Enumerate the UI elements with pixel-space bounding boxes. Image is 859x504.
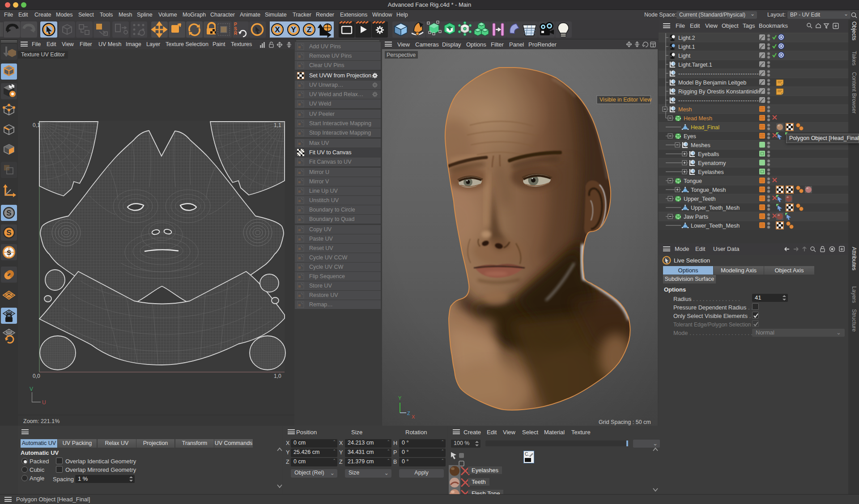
- svg-text:Lower_Teeth_Mesh: Lower_Teeth_Mesh: [691, 223, 740, 229]
- svg-text:R: R: [234, 31, 238, 36]
- svg-text:0,0: 0,0: [33, 373, 40, 379]
- svg-text:S: S: [7, 249, 11, 256]
- svg-text:Model By Benjamin Leitgeb: Model By Benjamin Leitgeb: [678, 80, 746, 86]
- svg-text:Mesh: Mesh: [678, 106, 692, 113]
- svg-text:X: X: [412, 414, 415, 419]
- svg-text:X: X: [275, 25, 280, 34]
- svg-text:Eyes: Eyes: [684, 133, 696, 140]
- svg-text:0,1: 0,1: [33, 122, 40, 128]
- svg-text:Z: Z: [307, 25, 311, 34]
- svg-text:Meshes: Meshes: [691, 142, 710, 148]
- svg-text:Eyenatomy: Eyenatomy: [698, 160, 726, 166]
- svg-text:Upper_Teeth_Mesh: Upper_Teeth_Mesh: [691, 205, 740, 211]
- svg-text:U: U: [42, 399, 46, 406]
- svg-text:Perspective: Perspective: [387, 52, 416, 58]
- svg-text:Light: Light: [678, 53, 691, 59]
- svg-text:Head Mesh: Head Mesh: [684, 115, 712, 122]
- svg-text:1,0: 1,0: [274, 373, 281, 379]
- svg-text:S: S: [6, 209, 11, 217]
- svg-text:V: V: [30, 386, 33, 392]
- svg-text:Light.1: Light.1: [678, 44, 695, 50]
- svg-text:Visible in Editor View: Visible in Editor View: [600, 97, 652, 103]
- svg-text:Eyeballs: Eyeballs: [698, 151, 719, 157]
- svg-text:Y: Y: [291, 25, 296, 34]
- svg-text:Light.Target.1: Light.Target.1: [678, 62, 712, 68]
- svg-text:Head_Final: Head_Final: [691, 124, 719, 131]
- svg-text:Y: Y: [398, 395, 402, 401]
- svg-text:1,1: 1,1: [274, 122, 281, 128]
- svg-text:Rigging By Orestis Konstantini: Rigging By Orestis Konstantinidis: [678, 89, 761, 95]
- svg-text:Upper_Teeth: Upper_Teeth: [684, 196, 716, 202]
- svg-text:Jaw Parts: Jaw Parts: [684, 214, 708, 220]
- svg-text:------------------------------: --------------------------------------: [678, 71, 766, 77]
- svg-text:Eyelashes: Eyelashes: [698, 169, 724, 175]
- svg-text:Tongue: Tongue: [684, 178, 702, 184]
- svg-text:Light.2: Light.2: [678, 35, 695, 41]
- svg-text:S: S: [6, 229, 11, 237]
- svg-text:Grid Spacing : 50 cm: Grid Spacing : 50 cm: [599, 419, 651, 425]
- svg-text:Tongue_Mesh: Tongue_Mesh: [691, 187, 726, 193]
- svg-text:------------------------------: --------------------------------------: [678, 97, 766, 104]
- svg-text:Zoom: 221.1%: Zoom: 221.1%: [23, 418, 60, 424]
- svg-text:Z: Z: [407, 411, 410, 416]
